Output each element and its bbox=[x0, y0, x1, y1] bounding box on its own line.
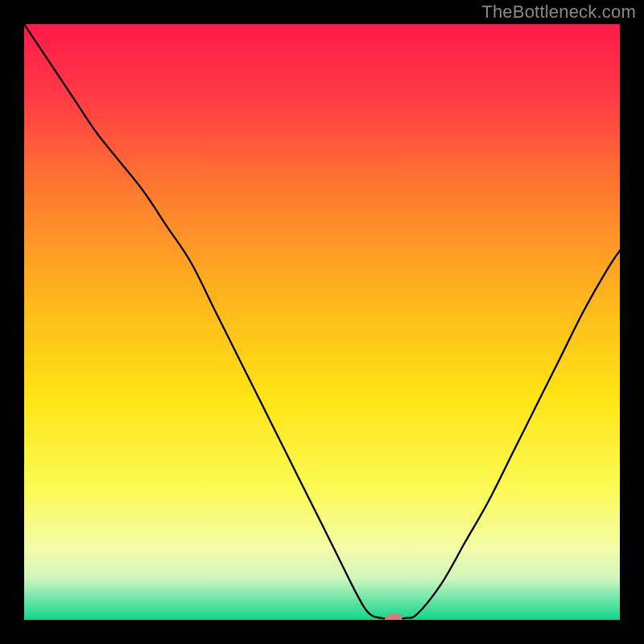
chart-background bbox=[24, 24, 620, 620]
plot-area bbox=[24, 24, 620, 620]
watermark-text: TheBottleneck.com bbox=[481, 2, 636, 23]
chart-svg bbox=[24, 24, 620, 620]
chart-frame: TheBottleneck.com bbox=[0, 0, 644, 644]
